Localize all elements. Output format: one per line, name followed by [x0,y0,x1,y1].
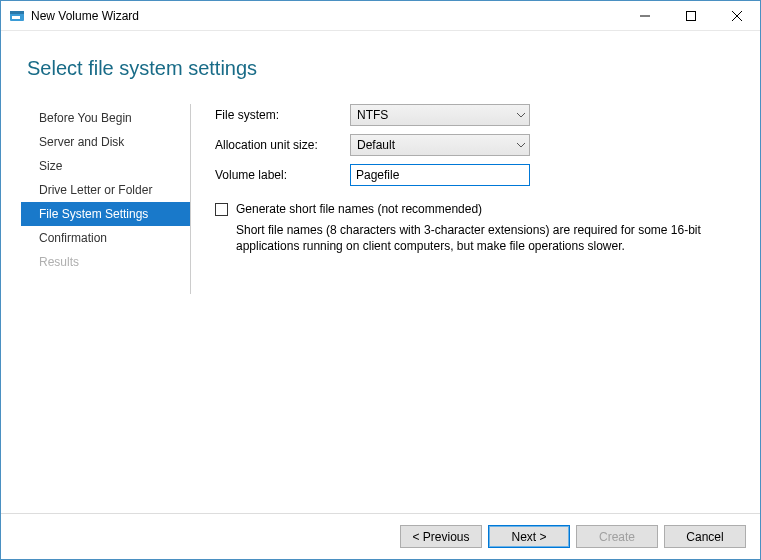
svg-rect-2 [12,16,20,19]
page-title: Select file system settings [1,31,760,80]
allocation-select[interactable]: Default [350,134,530,156]
wizard-footer: < Previous Next > Create Cancel [1,513,760,559]
file-system-label: File system: [215,108,350,122]
gen-short-checkbox[interactable] [215,203,228,216]
sidebar-item-server-disk[interactable]: Server and Disk [21,130,190,154]
app-icon [9,8,25,24]
svg-rect-4 [687,11,696,20]
sidebar-item-results: Results [21,250,190,274]
volume-label-input[interactable] [350,164,530,186]
create-button: Create [576,525,658,548]
sidebar-item-confirmation[interactable]: Confirmation [21,226,190,250]
window-title: New Volume Wizard [31,9,622,23]
close-button[interactable] [714,1,760,30]
sidebar-item-size[interactable]: Size [21,154,190,178]
main-panel: File system: NTFS Allocation unit size: … [191,104,760,294]
chevron-down-icon [517,113,525,118]
gen-short-label: Generate short file names (not recommend… [236,202,482,216]
sidebar-item-drive-letter[interactable]: Drive Letter or Folder [21,178,190,202]
maximize-button[interactable] [668,1,714,30]
next-button[interactable]: Next > [488,525,570,548]
sidebar-item-before[interactable]: Before You Begin [21,106,190,130]
cancel-button[interactable]: Cancel [664,525,746,548]
allocation-value: Default [357,138,395,152]
gen-short-description: Short file names (8 characters with 3-ch… [236,222,726,254]
previous-button[interactable]: < Previous [400,525,482,548]
svg-rect-1 [10,11,24,14]
wizard-sidebar: Before You Begin Server and Disk Size Dr… [21,104,191,294]
file-system-value: NTFS [357,108,388,122]
titlebar: New Volume Wizard [1,1,760,31]
chevron-down-icon [517,143,525,148]
allocation-label: Allocation unit size: [215,138,350,152]
sidebar-item-filesystem[interactable]: File System Settings [21,202,190,226]
volume-label-label: Volume label: [215,168,350,182]
file-system-select[interactable]: NTFS [350,104,530,126]
window-controls [622,1,760,30]
minimize-button[interactable] [622,1,668,30]
